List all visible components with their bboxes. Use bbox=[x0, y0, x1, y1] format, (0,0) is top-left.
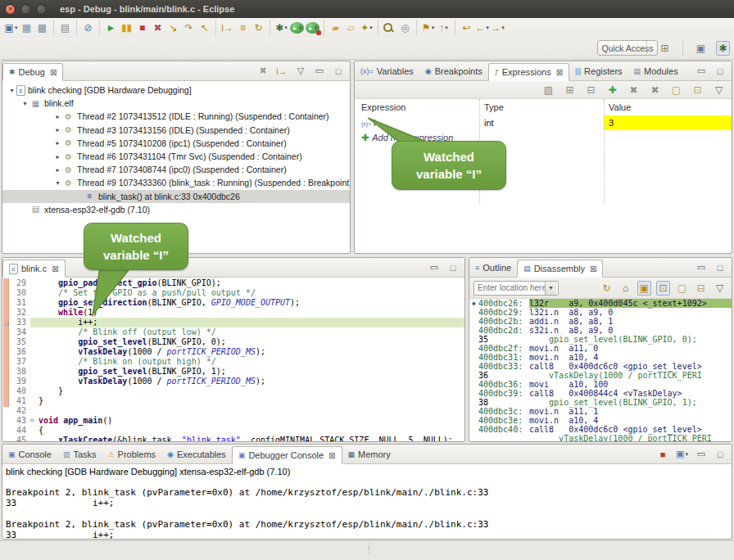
new-wizard-icon[interactable]: ▣▾ bbox=[4, 20, 18, 35]
expander-icon[interactable]: ▸ bbox=[53, 113, 62, 120]
disassembly-listing[interactable]: ◆400dbc26:l32r a9, 0x400d045c <_stext+10… bbox=[469, 299, 732, 442]
close-tab-icon[interactable]: ⊠ bbox=[50, 68, 57, 77]
pin-editor-icon[interactable]: ⚑▾ bbox=[421, 20, 435, 35]
debug-dropdown-icon[interactable]: ▾ bbox=[284, 25, 288, 31]
close-tab-icon[interactable]: ⊠ bbox=[590, 264, 596, 273]
flash-tool-dropdown-icon[interactable]: ▾ bbox=[369, 25, 373, 31]
tab-disassembly[interactable]: ▤Disassembly⊠ bbox=[517, 260, 603, 278]
debug-tree-item[interactable]: ▸⚙Thread #7 1073408744 (ipc0) (Suspended… bbox=[2, 163, 350, 176]
debug-tree-item[interactable]: ▸⚙Thread #5 1073410208 (ipc1) (Suspended… bbox=[2, 137, 350, 150]
remove-all-terminated-icon[interactable]: ✖ bbox=[257, 65, 269, 77]
save-all-icon[interactable]: ▩ bbox=[35, 20, 49, 35]
back-icon[interactable]: ←▾ bbox=[475, 20, 489, 35]
display-selected-console-dropdown-icon[interactable]: ▾ bbox=[685, 451, 688, 458]
save-icon[interactable]: ▦ bbox=[20, 20, 34, 35]
pin-view-icon[interactable]: ⊟ bbox=[694, 281, 708, 296]
terminate-console-icon[interactable]: ■ bbox=[657, 448, 668, 460]
run-icon[interactable]: ►▾ bbox=[290, 22, 304, 34]
back-dropdown-icon[interactable]: ▾ bbox=[486, 25, 489, 31]
tab-outline[interactable]: ≡Outline bbox=[469, 259, 517, 277]
tab-expressions[interactable]: ƒExpressions⊠ bbox=[488, 63, 569, 81]
terminate-icon[interactable]: ■ bbox=[135, 20, 149, 35]
forward-icon[interactable]: →▾ bbox=[491, 20, 505, 35]
close-tab-icon[interactable]: ⊠ bbox=[52, 264, 58, 273]
location-combo[interactable]: ▼ bbox=[473, 281, 559, 296]
show-source-icon[interactable]: ▣ bbox=[637, 281, 651, 296]
new-view-icon[interactable]: ▢ bbox=[669, 83, 683, 97]
restart-icon[interactable]: ↻ bbox=[251, 20, 265, 35]
close-tab-icon[interactable]: ⊠ bbox=[328, 451, 335, 460]
debug-tree-item[interactable]: ▸⚙Thread #2 1073413512 (IDLE : Running) … bbox=[2, 110, 350, 123]
debug-launch-tree[interactable]: ▾cblink checking [GDB Hardware Debugging… bbox=[2, 81, 350, 216]
search-icon[interactable] bbox=[383, 22, 396, 34]
suspend-icon[interactable]: ▮▮ bbox=[120, 20, 134, 35]
tab-variables[interactable]: (x)=Variables bbox=[355, 62, 419, 80]
console-output[interactable]: Breakpoint 2, blink_task (pvParameter=0x… bbox=[2, 476, 732, 540]
debug-tree-item[interactable]: ▤xtensa-esp32-elf-gdb (7.10) bbox=[2, 203, 350, 216]
step-into-icon[interactable]: ↘ bbox=[166, 20, 180, 35]
expander-icon[interactable]: ▸ bbox=[53, 139, 62, 147]
add-expression-icon[interactable]: ✚ bbox=[605, 83, 619, 97]
debug-tree-item[interactable]: ▾⚙Thread #9 1073433360 (blink_task : Run… bbox=[2, 176, 350, 189]
open-folder-icon[interactable]: ▱ bbox=[344, 20, 358, 35]
sync-active-context-icon[interactable]: ⊡ bbox=[656, 281, 670, 296]
location-input[interactable] bbox=[474, 283, 545, 292]
view-menu-icon[interactable]: ▽ bbox=[712, 83, 726, 97]
debug-tree-item[interactable]: ▾▦blink.elf bbox=[2, 97, 350, 110]
code-editor[interactable]: → 29 gpio_pad_select_gpio(BLINK_GPIO);30… bbox=[2, 278, 464, 442]
pin-view-icon[interactable]: ⊡ bbox=[691, 83, 705, 97]
expander-icon[interactable]: ▸ bbox=[53, 153, 62, 160]
forward-dropdown-icon[interactable]: ▾ bbox=[501, 25, 505, 31]
new-view-icon[interactable]: ▢ bbox=[675, 281, 689, 296]
resume-icon[interactable]: ► bbox=[104, 20, 118, 35]
minimize-icon[interactable]: ▭ bbox=[428, 261, 440, 273]
maximize-icon[interactable]: □ bbox=[714, 65, 726, 77]
external-tools-icon[interactable]: ►▾ bbox=[306, 22, 319, 34]
debug-tree-item[interactable]: ▾cblink checking [GDB Hardware Debugging… bbox=[2, 84, 350, 97]
flash-tool-icon[interactable]: ✦▾ bbox=[360, 20, 374, 35]
next-annotation-icon[interactable]: ↑▾ bbox=[437, 20, 451, 35]
tab-problems[interactable]: ⚠Problems bbox=[102, 445, 162, 463]
new-c-project-icon[interactable]: ▰ bbox=[328, 20, 342, 35]
debug-tree-item[interactable]: ▸⚙Thread #6 1073431104 (Tmr Svc) (Suspen… bbox=[2, 150, 350, 163]
last-edit-location-icon[interactable]: ↩ bbox=[460, 20, 473, 35]
show-type-names-icon[interactable]: ▧ bbox=[541, 83, 555, 97]
tab-debugger-console[interactable]: ▣Debugger Console⊠ bbox=[232, 446, 342, 464]
tab-debug[interactable]: ✱Debug⊠ bbox=[2, 63, 63, 81]
tab-executables[interactable]: ◉Executables bbox=[161, 445, 232, 463]
minimize-window-button[interactable] bbox=[20, 4, 31, 15]
maximize-icon[interactable]: □ bbox=[447, 261, 459, 273]
collapse-all-icon[interactable]: ⊟ bbox=[584, 83, 598, 97]
column-type[interactable]: Type bbox=[479, 102, 604, 112]
expression-type-cell[interactable]: int bbox=[479, 118, 604, 128]
use-step-filters-icon[interactable]: ≡ bbox=[236, 20, 250, 35]
tab-breakpoints[interactable]: ◉Breakpoints bbox=[419, 62, 488, 80]
fold-marker[interactable]: ⊖ bbox=[30, 416, 39, 426]
expander-icon[interactable]: ▾ bbox=[20, 100, 29, 107]
external-tools-dropdown-icon[interactable]: ▾ bbox=[315, 25, 318, 31]
close-tab-icon[interactable]: ⊠ bbox=[556, 68, 563, 77]
remove-expression-icon[interactable]: ✖ bbox=[627, 83, 641, 97]
display-selected-console-icon[interactable]: ▣▾ bbox=[676, 448, 688, 460]
show-logical-structure-icon[interactable]: ⊞ bbox=[563, 83, 577, 97]
cpp-perspective-icon[interactable]: ▣ bbox=[694, 41, 708, 56]
expander-icon[interactable]: ▸ bbox=[53, 126, 62, 133]
step-over-icon[interactable]: ↷ bbox=[182, 20, 196, 35]
maximize-icon[interactable]: □ bbox=[714, 448, 726, 460]
tab-memory[interactable]: ▦Memory bbox=[342, 445, 396, 463]
debug-icon[interactable]: ✱▾ bbox=[274, 20, 288, 35]
expander-icon[interactable]: ▾ bbox=[53, 179, 62, 187]
remove-all-expressions-icon[interactable]: ✖ bbox=[648, 83, 662, 97]
run-dropdown-icon[interactable]: ▾ bbox=[299, 25, 302, 31]
skip-all-breakpoints-icon[interactable]: ⊘ bbox=[81, 20, 95, 35]
expander-icon[interactable]: ▸ bbox=[53, 166, 62, 174]
stack-frame-item[interactable]: ≡blink_task() at blink.c:33 0x400dbc26 bbox=[2, 190, 350, 203]
view-menu-icon[interactable]: ▽ bbox=[713, 281, 727, 296]
instruction-stepping-toggle-icon[interactable]: i→ bbox=[276, 65, 288, 77]
new-wizard-dropdown-icon[interactable]: ▾ bbox=[15, 25, 18, 31]
minimize-icon[interactable]: ▭ bbox=[695, 261, 707, 273]
tab-blink.c[interactable]: cblink.c⊠ bbox=[2, 260, 66, 278]
statusbar-grip[interactable]: ⋮⋮ bbox=[365, 544, 373, 553]
minimize-icon[interactable]: ▭ bbox=[695, 65, 707, 77]
home-pc-icon[interactable]: ⌂ bbox=[618, 281, 632, 296]
